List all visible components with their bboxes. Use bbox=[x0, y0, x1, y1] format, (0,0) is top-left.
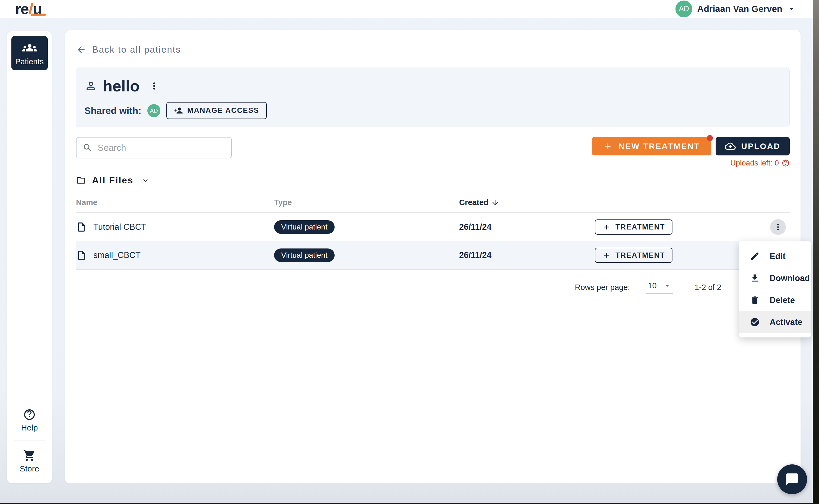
people-icon bbox=[22, 40, 37, 55]
toolbar-buttons: NEW TREATMENT UPLOAD Uploads left: 0 bbox=[592, 137, 790, 167]
chevron-down-icon bbox=[141, 176, 150, 185]
files-filter-dropdown[interactable]: All Files bbox=[76, 175, 150, 186]
kebab-icon bbox=[773, 222, 783, 232]
avatar: AD bbox=[676, 1, 692, 17]
treatment-button[interactable]: TREATMENT bbox=[595, 248, 673, 263]
plus-icon bbox=[603, 251, 611, 259]
upload-button[interactable]: UPLOAD bbox=[716, 137, 790, 155]
table-body: Tutorial CBCT Virtual patient 26/11/24 T… bbox=[76, 213, 790, 270]
upload-label: UPLOAD bbox=[741, 142, 780, 151]
pagination: Rows per page: 10 1-2 of 2 bbox=[76, 281, 790, 294]
menu-item-edit[interactable]: Edit bbox=[739, 245, 811, 267]
patient-options-kebab-icon[interactable] bbox=[149, 81, 160, 91]
patient-name: hello bbox=[103, 78, 139, 94]
caret-down-icon bbox=[664, 282, 671, 289]
upload-group: UPLOAD Uploads left: 0 bbox=[716, 137, 790, 167]
search-icon bbox=[82, 143, 93, 153]
help-icon bbox=[23, 408, 36, 421]
sidebar-item-help[interactable]: Help bbox=[21, 408, 38, 432]
type-badge: Virtual patient bbox=[274, 220, 334, 234]
new-treatment-button[interactable]: NEW TREATMENT bbox=[592, 137, 711, 155]
question-circle-icon[interactable] bbox=[782, 159, 790, 167]
relu-logo: relu bbox=[15, 1, 42, 17]
sidebar-item-patients[interactable]: Patients bbox=[11, 36, 48, 70]
manage-access-label: MANAGE ACCESS bbox=[187, 106, 259, 115]
treatment-button[interactable]: TREATMENT bbox=[595, 219, 673, 235]
sidebar-bottom: Help Store bbox=[7, 408, 52, 473]
screen-bottom-edge bbox=[0, 503, 813, 504]
menu-item-download[interactable]: Download bbox=[739, 267, 811, 289]
sidebar: Patients Help Store bbox=[7, 31, 52, 483]
back-to-patients-link[interactable]: Back to all patients bbox=[76, 44, 181, 56]
menu-item-label: Delete bbox=[770, 295, 795, 305]
table-row[interactable]: small_CBCT Virtual patient 26/11/24 TREA… bbox=[76, 241, 790, 269]
plus-icon bbox=[603, 142, 613, 151]
file-name: small_CBCT bbox=[93, 250, 141, 260]
menu-item-delete[interactable]: Delete bbox=[739, 289, 811, 311]
patient-info-card: hello Shared with: AD MANAGE ACCESS bbox=[76, 68, 790, 127]
shared-with-label: Shared with: bbox=[84, 105, 141, 116]
table-row[interactable]: Tutorial CBCT Virtual patient 26/11/24 T… bbox=[76, 213, 790, 241]
top-header: relu AD Adriaan Van Gerven bbox=[0, 0, 813, 18]
shared-with-row: Shared with: AD MANAGE ACCESS bbox=[84, 102, 781, 119]
sort-arrow-down-icon bbox=[491, 199, 499, 206]
menu-item-activate[interactable]: Activate bbox=[739, 311, 811, 333]
row-context-menu: Edit Download Delete Activate bbox=[739, 241, 811, 337]
treatment-label: TREATMENT bbox=[616, 223, 665, 231]
divider bbox=[14, 441, 45, 441]
file-icon bbox=[76, 250, 87, 261]
rows-per-page-value: 10 bbox=[648, 281, 657, 290]
shared-avatar: AD bbox=[147, 104, 160, 117]
pagination-range: 1-2 of 2 bbox=[695, 283, 721, 292]
user-menu[interactable]: AD Adriaan Van Gerven bbox=[676, 1, 795, 17]
plus-icon bbox=[603, 223, 611, 231]
created-date: 26/11/24 bbox=[459, 222, 595, 232]
row-options-kebab-button[interactable] bbox=[770, 219, 786, 235]
download-icon bbox=[750, 273, 760, 283]
sidebar-item-label: Store bbox=[20, 464, 39, 473]
pencil-icon bbox=[750, 251, 760, 261]
sidebar-item-store[interactable]: Store bbox=[20, 449, 39, 473]
folder-icon bbox=[76, 175, 86, 185]
column-header-name[interactable]: Name bbox=[76, 198, 274, 207]
patient-title-row: hello bbox=[84, 78, 781, 94]
person-icon bbox=[84, 79, 97, 92]
file-name-cell: small_CBCT bbox=[76, 250, 274, 261]
type-badge: Virtual patient bbox=[274, 248, 334, 262]
check-circle-icon bbox=[750, 317, 760, 327]
chevron-down-icon bbox=[787, 5, 795, 13]
person-add-icon bbox=[174, 106, 183, 115]
back-arrow-icon bbox=[76, 44, 86, 55]
files-filter-label: All Files bbox=[92, 175, 133, 186]
back-link-label: Back to all patients bbox=[92, 44, 181, 55]
user-name: Adriaan Van Gerven bbox=[697, 4, 782, 14]
uploads-left-status: Uploads left: 0 bbox=[730, 159, 790, 167]
column-header-created[interactable]: Created bbox=[459, 198, 595, 207]
file-name-cell: Tutorial CBCT bbox=[76, 222, 274, 232]
files-table: Name Type Created Tutorial CBCT Virtual … bbox=[76, 198, 790, 270]
menu-item-label: Edit bbox=[770, 251, 786, 261]
treatment-label: TREATMENT bbox=[616, 251, 665, 260]
manage-access-button[interactable]: MANAGE ACCESS bbox=[166, 102, 267, 119]
menu-item-label: Download bbox=[770, 273, 810, 283]
search-input[interactable] bbox=[98, 143, 225, 153]
file-name: Tutorial CBCT bbox=[93, 222, 146, 232]
menu-item-label: Activate bbox=[770, 317, 802, 327]
toolbar: NEW TREATMENT UPLOAD Uploads left: 0 bbox=[76, 137, 790, 168]
uploads-left-label: Uploads left: 0 bbox=[730, 159, 779, 167]
rows-per-page-select[interactable]: 10 bbox=[646, 281, 673, 294]
chat-bubble-icon bbox=[785, 472, 799, 486]
search-box bbox=[76, 137, 232, 158]
app-window: relu AD Adriaan Van Gerven Patients Help… bbox=[0, 0, 813, 504]
table-header-row: Name Type Created bbox=[76, 198, 790, 213]
column-header-type[interactable]: Type bbox=[274, 198, 459, 207]
sidebar-item-label: Help bbox=[21, 423, 38, 432]
new-treatment-label: NEW TREATMENT bbox=[619, 142, 700, 151]
logo-text: re bbox=[15, 1, 28, 17]
file-icon bbox=[76, 222, 87, 232]
rows-per-page-label: Rows per page: bbox=[575, 283, 630, 292]
cart-icon bbox=[23, 449, 36, 462]
main-panel: Back to all patients hello Shared with: … bbox=[65, 30, 801, 484]
cloud-upload-icon bbox=[725, 141, 736, 152]
chat-fab-button[interactable] bbox=[777, 464, 807, 494]
